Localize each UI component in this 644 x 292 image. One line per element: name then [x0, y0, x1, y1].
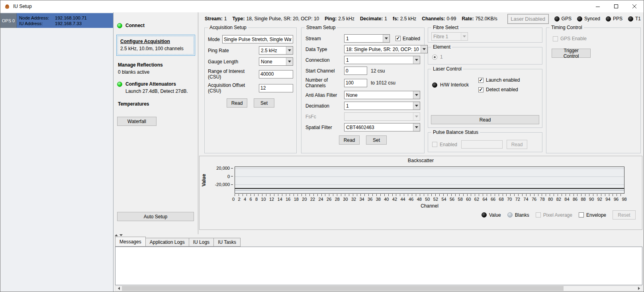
chevron-down-icon[interactable]	[413, 102, 420, 110]
stream-enabled-checkbox[interactable]	[395, 36, 401, 41]
fibre-select-value: Fibre 1	[432, 34, 461, 39]
maximize-icon	[614, 4, 619, 9]
configure-acquisition-subtitle: 2.5 kHz, 10.0m, 100 channels	[120, 46, 195, 51]
pps-indicator: PPS	[606, 16, 622, 22]
connection-label: Connection	[305, 57, 344, 63]
waterfall-button[interactable]: Waterfall	[117, 117, 157, 126]
range-of-interest-input[interactable]	[259, 70, 293, 78]
acquisition-offset-input[interactable]	[259, 84, 293, 92]
t1-indicator-icon	[628, 16, 633, 22]
status-fs-value: 2.5 kHz	[400, 16, 417, 22]
manage-reflections-subtitle: 0 blanks active	[118, 69, 163, 75]
chevron-down-icon[interactable]	[383, 35, 390, 42]
chevron-down-icon[interactable]	[413, 91, 420, 99]
element-radio	[432, 55, 437, 60]
acquisition-setup-group: Acquisition Setup Mode Ping Rate 2.5 kHz…	[204, 27, 297, 153]
scrollbar-track	[122, 286, 636, 291]
acquisition-set-button[interactable]: Set	[254, 98, 274, 108]
chevron-down-icon[interactable]	[286, 58, 293, 65]
nav-item-connect[interactable]: Connect	[117, 23, 145, 28]
status-rate-label: Rate:	[462, 16, 474, 22]
data-type-select[interactable]: 18: Single Pulse, SR: 20, OCP: 10	[344, 45, 428, 53]
acquisition-read-button[interactable]: Read	[227, 98, 247, 108]
anti-alias-filter-select[interactable]: None	[344, 91, 420, 99]
stream-set-button[interactable]: Set	[366, 135, 387, 145]
stream-setup-title: Stream Setup	[305, 25, 337, 30]
scroll-right-button[interactable]	[636, 286, 642, 291]
nav-item-temperatures[interactable]: Temperatures	[118, 101, 149, 107]
spatial-filter-select[interactable]: CBT4602463	[344, 123, 420, 131]
envelope-checkbox[interactable]	[579, 212, 584, 218]
ops-list-item[interactable]: OPS 0 Node Address: 192.168.100.71 IU Ad…	[0, 13, 113, 28]
connect-label: Connect	[125, 23, 145, 28]
nav-item-manage-reflections[interactable]: Manage Reflections 0 blanks active	[118, 62, 163, 75]
setup-nav-panel: Connect Configure Acquisition 2.5 kHz, 1…	[114, 12, 198, 234]
envelope-label: Envelope	[586, 212, 606, 218]
tab-iu-logs[interactable]: IU Logs	[189, 238, 214, 247]
element-radio-label: 1	[440, 54, 443, 60]
gauge-length-select[interactable]: None	[259, 57, 293, 66]
chevron-down-icon[interactable]	[286, 47, 293, 54]
stream-read-button[interactable]: Read	[339, 135, 360, 145]
stream-select[interactable]: 1	[344, 34, 390, 43]
fibre-select-title: Fibre Select	[431, 25, 460, 30]
close-button[interactable]	[625, 0, 644, 12]
iu-setup-window: IU Setup OPS 0 Node Address: 192.168.100…	[0, 0, 644, 292]
launch-enabled-checkbox[interactable]	[478, 78, 483, 83]
status-fs-label: fs:	[393, 16, 399, 22]
tab-messages[interactable]: Messages	[115, 237, 146, 247]
laser-read-button[interactable]: Read	[431, 115, 539, 124]
gps-indicator: GPS	[554, 16, 572, 22]
synced-indicator: Synced	[577, 16, 600, 22]
messages-output[interactable]	[115, 247, 642, 285]
pixel-average-checkbox	[536, 212, 541, 218]
scrollbar-thumb[interactable]	[122, 286, 564, 291]
anti-alias-filter-label: Anti Alias Filter	[305, 92, 344, 98]
laser-disabled-button[interactable]: Laser Disabled	[507, 14, 549, 24]
attenuators-status-icon	[117, 82, 122, 87]
t1-indicator-label: T1	[635, 16, 641, 22]
close-icon	[632, 4, 637, 9]
auto-setup-button[interactable]: Auto Setup	[117, 212, 194, 221]
scroll-left-button[interactable]	[115, 286, 122, 291]
envelope-option: Envelope	[579, 212, 606, 218]
ping-rate-select[interactable]: 2.5 kHz	[259, 46, 293, 55]
tab-application-logs[interactable]: Application Logs	[145, 238, 189, 247]
x-axis-ticks	[235, 194, 624, 196]
pulse-balance-status-group: Pulse Balance Status Enabled Read	[428, 132, 542, 152]
maximize-button[interactable]	[607, 0, 625, 12]
hw-interlock-indicator-icon	[432, 82, 437, 88]
log-tabs: Messages Application Logs IU Logs IU Tas…	[115, 237, 240, 247]
chevron-down-icon[interactable]	[413, 56, 420, 64]
titlebar[interactable]: IU Setup	[0, 0, 644, 12]
detect-enabled-checkbox[interactable]	[478, 87, 483, 92]
decimation-value: 1	[345, 103, 413, 109]
pulse-balance-enabled-checkbox	[432, 142, 437, 147]
pulse-balance-read-button: Read	[507, 140, 527, 149]
mode-input[interactable]	[222, 35, 293, 43]
data-type-label: Data Type	[305, 47, 344, 52]
chevron-down-icon[interactable]	[421, 45, 427, 53]
number-of-channels-input[interactable]	[344, 79, 367, 87]
chevron-down-icon[interactable]	[413, 123, 420, 131]
fsfc-label: FsFc	[305, 114, 344, 120]
chart-x-axis-label: Channel	[235, 203, 624, 209]
trigger-control-button[interactable]: Trigger Control	[552, 49, 591, 58]
minimize-button[interactable]	[589, 0, 607, 12]
plot-area	[235, 167, 624, 194]
node-address-value: 192.168.100.71	[55, 16, 87, 20]
fibre-select-group: Fibre Select Fibre 1	[428, 27, 542, 43]
minimize-icon	[596, 4, 600, 9]
start-channel-input[interactable]	[344, 67, 367, 75]
reset-button: Reset	[613, 210, 636, 219]
nav-item-configure-acquisition[interactable]: Configure Acquisition 2.5 kHz, 10.0m, 10…	[116, 35, 195, 56]
tab-iu-tasks[interactable]: IU Tasks	[213, 238, 241, 247]
decimation-select[interactable]: 1	[344, 102, 420, 110]
connection-select[interactable]: 1	[344, 56, 420, 64]
spatial-filter-value: CBT4602463	[345, 125, 413, 130]
nav-item-configure-attenuators[interactable]: Configure Attenuators Launch 27.4dB, Det…	[117, 81, 188, 94]
panel-splitter[interactable]	[115, 234, 123, 236]
ops-addresses: Node Address: 192.168.100.71 IU Address:…	[17, 13, 113, 28]
splitter-up-icon	[115, 234, 118, 236]
synced-indicator-label: Synced	[584, 16, 600, 22]
